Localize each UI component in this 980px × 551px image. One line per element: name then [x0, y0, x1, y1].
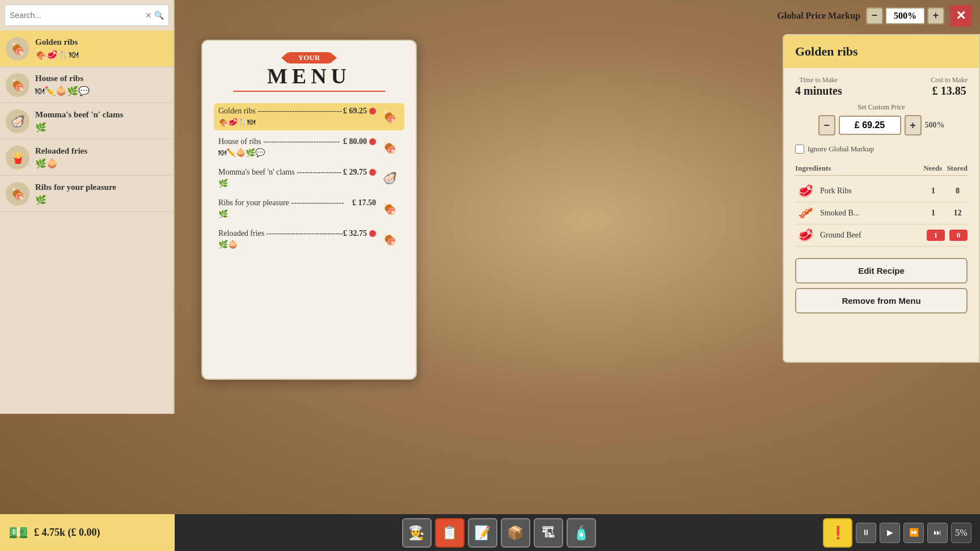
tool-menu[interactable]: 📋 [435, 518, 464, 548]
skip-button[interactable]: ⏭ [927, 523, 948, 543]
menu-your-label: YOUR [288, 52, 330, 63]
item-info: House of ribs 🍽✏️🧅🌿💬 [35, 73, 168, 96]
edit-recipe-button[interactable]: Edit Recipe [795, 258, 968, 283]
speed-display: 5% [951, 523, 971, 543]
sidebar-item-ribs-for-your-pleasure[interactable]: 🍖 Ribs for your pleasure 🌿 [0, 176, 174, 212]
markup-decrease-button[interactable]: − [866, 7, 883, 24]
menu-entry-price: £ 29.75 [343, 168, 376, 177]
food-thumbnail: 🍖 [379, 137, 400, 158]
item-name: Momma's beef 'n' clams [35, 109, 168, 121]
sidebar-item-momma's-beef-'n'-clams[interactable]: 🦪 Momma's beef 'n' clams 🌿 [0, 103, 174, 139]
menu-entry-0[interactable]: Golden ribs ----------------------------… [214, 103, 404, 130]
menu-entry-main: Ribs for your pleasure -----------------… [218, 198, 376, 219]
pause-button[interactable]: ⏸ [856, 523, 876, 543]
menu-entry-icons: 🌿 [218, 209, 376, 219]
cost-stat: Cost to Make £ 13.85 [931, 76, 968, 98]
close-button[interactable]: ✕ [950, 5, 971, 27]
item-name: Reloaded fries [35, 146, 168, 157]
sidebar: ✕ 🔍 🍖 Golden ribs 🍖🥩🍴🍽 🍖 House of ribs 🍽… [0, 0, 175, 414]
menu-entry-1[interactable]: House of ribs --------------------------… [214, 134, 404, 161]
fast-forward-button[interactable]: ⏩ [903, 523, 924, 543]
menu-entry-price: £ 69.25 [343, 107, 376, 116]
sidebar-item-reloaded-fries[interactable]: 🍟 Reloaded fries 🌿🧅 [0, 139, 174, 176]
custom-price-label: Set Custom Price [795, 103, 968, 112]
item-icon: 🦪 [6, 109, 29, 133]
remove-from-menu-button[interactable]: Remove from Menu [795, 288, 968, 313]
ingredient-row-0: 🥩 Pork Ribs 1 8 [795, 180, 968, 202]
ingredient-stored: 0 [949, 230, 968, 241]
menu-header: YOUR MENU [214, 52, 404, 92]
time-label: Time to Make [795, 76, 842, 84]
price-control: − + 500% [795, 115, 968, 135]
menu-entry-main: Momma's beef 'n' clams -----------------… [218, 168, 376, 188]
menu-divider [233, 91, 386, 92]
search-input[interactable] [10, 11, 145, 20]
menu-entry-name: Ribs for your pleasure -----------------… [218, 198, 344, 207]
item-tags: 🌿🧅 [35, 158, 168, 169]
ignore-markup-checkbox[interactable] [795, 145, 804, 154]
ingredient-icon: 🥩 [795, 184, 816, 198]
price-dot [369, 138, 376, 145]
menu-entry-row: Reloaded fries -------------------------… [218, 229, 376, 238]
menu-entry-name: Golden ribs ----------------------------… [218, 107, 342, 116]
price-decrease-button[interactable]: − [818, 115, 835, 135]
menu-entry-row: Momma's beef 'n' clams -----------------… [218, 168, 376, 177]
item-icon: 🍖 [6, 182, 29, 206]
search-icon[interactable]: 🔍 [154, 11, 164, 20]
ingredient-name: Pork Ribs [820, 187, 919, 196]
tool-build[interactable]: 🏗 [534, 518, 563, 548]
money-text: £ 4.75k (£ 0.00) [34, 527, 100, 539]
item-icon: 🍖 [6, 73, 29, 97]
detail-stats: Time to Make 4 minutes Cost to Make £ 13… [784, 68, 979, 103]
menu-entry-icons: 🍽✏️🧅🌿💬 [218, 148, 376, 158]
money-icon: 💵 [9, 523, 28, 542]
menu-entry-4[interactable]: Reloaded fries -------------------------… [214, 226, 404, 253]
ingredient-row-2: 🥩 Ground Beef 1 0 [795, 224, 968, 247]
item-name: Ribs for your pleasure [35, 182, 168, 193]
clear-icon[interactable]: ✕ [145, 11, 152, 20]
menu-entry-2[interactable]: Momma's beef 'n' clams -----------------… [214, 164, 404, 192]
bottom-bar: 💵 £ 4.75k (£ 0.00) 👨‍🍳 📋 📝 📦 🏗 🧴 ❗ ⏸ ▶ ⏩… [0, 514, 980, 551]
ingredient-name: Ground Beef [820, 231, 922, 240]
item-info: Golden ribs 🍖🥩🍴🍽 [35, 37, 168, 60]
needs-header: Needs [923, 164, 942, 173]
notification-button[interactable]: ❗ [823, 518, 852, 548]
markup-increase-button[interactable]: + [927, 7, 944, 24]
menu-entry-price: £ 32.75 [343, 229, 376, 238]
global-markup-label: Global Price Markup [777, 11, 860, 21]
sidebar-items-container: 🍖 Golden ribs 🍖🥩🍴🍽 🍖 House of ribs 🍽✏️🧅🌿… [0, 31, 174, 212]
tool-chef[interactable]: 👨‍🍳 [402, 518, 432, 548]
markup-value: 500% [885, 7, 925, 24]
price-increase-button[interactable]: + [905, 115, 922, 135]
sidebar-item-house-of-ribs[interactable]: 🍖 House of ribs 🍽✏️🧅🌿💬 [0, 67, 174, 103]
menu-entry-main: House of ribs --------------------------… [218, 137, 376, 158]
search-bar: ✕ 🔍 [5, 5, 169, 26]
ingredient-needs: 1 [923, 209, 943, 218]
item-tags: 🍖🥩🍴🍽 [35, 49, 168, 60]
bottom-tools: 👨‍🍳 📋 📝 📦 🏗 🧴 [175, 518, 823, 548]
ingredient-icon: 🥓 [795, 206, 816, 221]
ignore-markup-section: Ignore Global Markup [784, 141, 979, 159]
item-tags: 🌿 [35, 194, 168, 205]
menu-entry-3[interactable]: Ribs for your pleasure -----------------… [214, 195, 404, 222]
play-button[interactable]: ▶ [880, 523, 900, 543]
item-info: Reloaded fries 🌿🧅 [35, 146, 168, 169]
ingredient-icon: 🥩 [795, 228, 816, 243]
ingredient-stored: 8 [948, 187, 968, 196]
search-icons: ✕ 🔍 [145, 11, 164, 20]
tool-items[interactable]: 🧴 [567, 518, 596, 548]
top-bar: Global Price Markup − 500% + ✕ [175, 0, 980, 31]
ingredient-needs: 1 [927, 230, 945, 241]
menu-entries-container: Golden ribs ----------------------------… [214, 103, 404, 253]
custom-price-section: Set Custom Price − + 500% [784, 103, 979, 141]
menu-entry-row: Golden ribs ----------------------------… [218, 107, 376, 116]
food-thumbnail: 🍖 [379, 107, 400, 127]
menu-entry-row: House of ribs --------------------------… [218, 137, 376, 146]
tool-recipes[interactable]: 📝 [468, 518, 497, 548]
item-name: House of ribs [35, 73, 168, 84]
menu-entry-name: Momma's beef 'n' clams ----------------- [218, 168, 341, 177]
sidebar-item-golden-ribs[interactable]: 🍖 Golden ribs 🍖🥩🍴🍽 [0, 31, 174, 67]
price-input[interactable] [839, 116, 901, 135]
tool-supplies[interactable]: 📦 [501, 518, 530, 548]
food-thumbnail: 🍖 [379, 229, 400, 249]
